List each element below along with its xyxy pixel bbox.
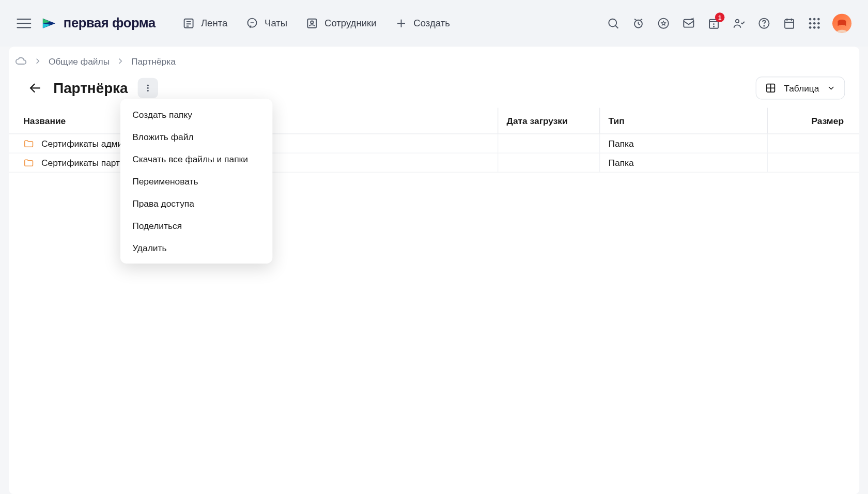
svg-point-32: [147, 85, 148, 86]
chat-icon: [245, 17, 258, 29]
nav-feed[interactable]: Лента: [182, 17, 227, 29]
mail-check-icon: [682, 17, 695, 29]
apps-button[interactable]: [807, 16, 822, 30]
employees-icon: [305, 17, 318, 29]
mail-button[interactable]: [681, 16, 696, 30]
svg-point-33: [147, 87, 148, 89]
menu-download-all[interactable]: Скачать все файлы и папки: [120, 148, 272, 170]
nav-feed-label: Лента: [201, 18, 227, 29]
nav-employees-label: Сотрудники: [324, 18, 376, 29]
row-size: [767, 153, 845, 172]
svg-point-34: [147, 90, 148, 91]
more-actions-button[interactable]: [137, 78, 158, 98]
top-bar: первая форма Лента Чаты Сотрудники Созда…: [0, 0, 868, 47]
logo-text: первая форма: [64, 16, 156, 31]
col-header-size[interactable]: Размер: [767, 108, 845, 134]
breadcrumb: Общие файлы Партнёрка: [9, 47, 859, 68]
chevron-right-icon: [33, 56, 43, 66]
feed-icon: [182, 17, 195, 29]
menu-permissions[interactable]: Права доступа: [120, 192, 272, 214]
svg-point-7: [311, 21, 313, 23]
search-icon: [607, 17, 619, 29]
search-button[interactable]: [606, 16, 621, 30]
alarm-button[interactable]: [631, 16, 646, 30]
cloud-icon[interactable]: [15, 55, 27, 67]
row-size: [767, 134, 845, 153]
folder-icon: [23, 138, 34, 149]
svg-point-17: [659, 19, 669, 28]
chevron-down-icon: [826, 83, 836, 93]
page-title: Партнёрка: [53, 80, 128, 96]
svg-point-25: [764, 25, 764, 26]
breadcrumb-root[interactable]: Общие файлы: [49, 56, 110, 66]
alarm-icon: [632, 17, 645, 29]
arrow-left-icon: [28, 81, 42, 95]
row-date: [498, 134, 599, 153]
nav-employees[interactable]: Сотрудники: [305, 17, 377, 29]
user-check-icon: [732, 17, 745, 29]
view-mode-select[interactable]: Таблица: [756, 76, 845, 99]
menu-rename[interactable]: Переименовать: [120, 170, 272, 192]
more-vertical-icon: [142, 83, 153, 94]
table-icon: [765, 82, 777, 94]
view-mode-label: Таблица: [784, 83, 819, 94]
col-header-date[interactable]: Дата загрузки: [498, 108, 599, 134]
row-type: Папка: [599, 153, 767, 172]
avatar-icon: [833, 16, 850, 33]
nav-chats-label: Чаты: [265, 18, 287, 29]
calendar-button[interactable]: [782, 16, 797, 30]
svg-rect-18: [684, 20, 693, 27]
svg-line-14: [638, 24, 640, 25]
menu-toggle-button[interactable]: [17, 16, 31, 30]
menu-create-folder[interactable]: Создать папку: [120, 104, 272, 126]
main-nav: Лента Чаты Сотрудники Создать: [182, 17, 450, 29]
back-button[interactable]: [27, 80, 43, 96]
star-circle-icon: [657, 17, 670, 29]
user-avatar[interactable]: [832, 14, 851, 33]
approvals-button[interactable]: [732, 16, 746, 30]
col-header-type[interactable]: Тип: [599, 108, 767, 134]
topbar-actions: 1: [606, 14, 851, 33]
svg-line-15: [634, 19, 636, 20]
svg-point-22: [714, 26, 714, 27]
menu-delete[interactable]: Удалить: [120, 237, 272, 259]
chevron-right-icon: [116, 56, 126, 66]
logo-icon: [41, 15, 57, 32]
svg-rect-26: [785, 20, 794, 28]
svg-line-16: [641, 19, 642, 20]
calendar-icon: [783, 17, 796, 29]
nav-create-label: Создать: [413, 18, 450, 29]
row-type: Папка: [599, 134, 767, 153]
nav-create[interactable]: Создать: [394, 17, 450, 29]
nav-chats[interactable]: Чаты: [245, 17, 287, 29]
folder-icon: [23, 157, 34, 168]
apps-grid-icon: [809, 18, 820, 29]
breadcrumb-current[interactable]: Партнёрка: [131, 56, 176, 66]
help-button[interactable]: [757, 16, 771, 30]
svg-line-11: [615, 25, 618, 28]
context-menu: Создать папку Вложить файл Скачать все ф…: [120, 99, 272, 264]
row-date: [498, 153, 599, 172]
logo[interactable]: первая форма: [41, 15, 156, 32]
plus-icon: [394, 17, 407, 29]
favorites-button[interactable]: [656, 16, 671, 30]
notification-badge: 1: [715, 12, 725, 22]
menu-attach-file[interactable]: Вложить файл: [120, 126, 272, 148]
notifications-button[interactable]: 1: [707, 16, 721, 30]
menu-share[interactable]: Поделиться: [120, 214, 272, 237]
svg-point-23: [736, 20, 739, 23]
svg-point-10: [609, 19, 616, 27]
help-icon: [757, 17, 770, 29]
